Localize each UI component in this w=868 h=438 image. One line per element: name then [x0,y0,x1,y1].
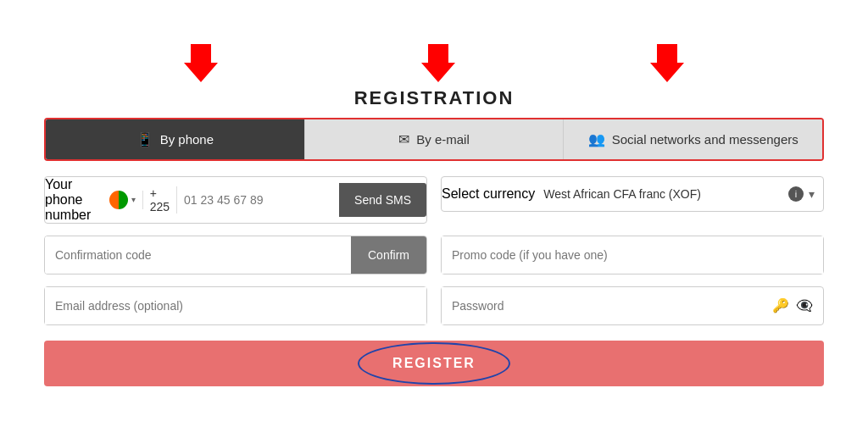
flag-right [119,191,128,209]
password-input[interactable] [442,287,772,324]
arrows-row [44,44,824,86]
phone-currency-row: Your phone number ▾ + 225 Send SMS Selec… [44,176,824,224]
currency-wrapper: Select currency West African CFA franc (… [441,176,824,212]
register-label: REGISTER [392,356,476,370]
social-icon: 👥 [588,131,605,147]
tab-phone-label: By phone [160,132,214,147]
phone-label: Your phone number [45,177,103,223]
register-row: REGISTER [44,337,824,386]
currency-info-icon[interactable]: i [788,186,804,202]
phone-input-wrapper: Your phone number ▾ + 225 Send SMS [44,176,427,224]
currency-label: Select currency [442,186,535,202]
currency-chevron-icon[interactable]: ▾ [809,187,815,201]
tab-email[interactable]: ✉ By e-mail [305,119,565,159]
tab-phone[interactable]: 📱 By phone [46,119,305,159]
country-selector[interactable]: ▾ [103,191,143,209]
email-input[interactable] [45,287,426,324]
currency-icons: i ▾ [788,186,823,202]
promo-group [441,236,824,274]
arrow-2 [421,44,455,86]
svg-marker-2 [421,44,455,82]
confirm-button[interactable]: Confirm [351,236,426,274]
confirmation-wrapper: Confirm [44,236,427,274]
key-icon: 🔑 [772,297,789,313]
arrow-3 [650,44,684,86]
phone-code: + 225 [143,186,177,213]
phone-group: Your phone number ▾ + 225 Send SMS [44,176,427,224]
promo-input[interactable] [442,236,823,274]
svg-marker-3 [650,44,684,82]
password-group: 🔑 👁‍🗨 [441,286,824,325]
currency-group: Select currency West African CFA franc (… [441,176,824,224]
email-wrapper [44,286,427,325]
send-sms-button[interactable]: Send SMS [339,183,426,217]
promo-wrapper [441,236,824,274]
arrow-1 [184,44,218,86]
register-button[interactable]: REGISTER [44,341,824,386]
password-wrapper: 🔑 👁‍🗨 [441,286,824,325]
email-icon: ✉ [398,131,409,147]
flag-chevron-icon: ▾ [131,195,136,204]
confirmation-input[interactable] [45,236,351,274]
page-title: REGISTRATION [44,87,824,109]
flag-left [109,191,119,209]
confirmation-promo-row: Confirm [44,236,824,274]
confirmation-group: Confirm [44,236,427,274]
tab-social-label: Social networks and messengers [612,132,798,147]
currency-select[interactable]: West African CFA franc (XOF) [535,177,788,211]
tab-email-label: By e-mail [416,132,470,147]
eye-slash-icon[interactable]: 👁‍🗨 [796,297,813,313]
registration-container: REGISTRATION 📱 By phone ✉ By e-mail 👥 So… [27,36,841,403]
registration-tabs: 📱 By phone ✉ By e-mail 👥 Social networks… [44,118,824,161]
email-password-row: 🔑 👁‍🗨 [44,286,824,325]
phone-input[interactable] [177,183,339,217]
password-icons: 🔑 👁‍🗨 [772,297,823,313]
country-flag [109,191,128,209]
email-group [44,286,427,325]
svg-marker-0 [184,44,218,82]
tab-social[interactable]: 👥 Social networks and messengers [564,119,822,159]
phone-icon: 📱 [136,131,153,147]
